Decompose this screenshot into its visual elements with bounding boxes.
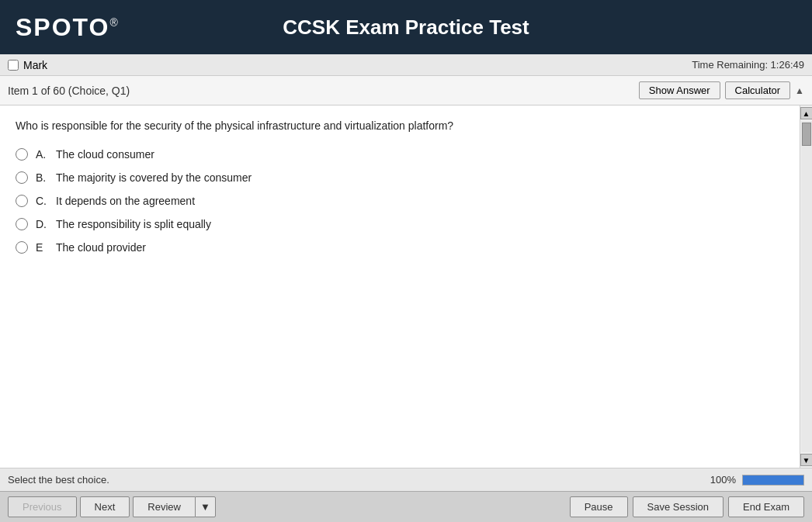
option-text-2: It depends on the agreement [56,195,195,207]
mark-section: Mark [8,59,47,71]
progress-bar-container [742,475,804,486]
option-radio-2[interactable] [16,195,28,207]
option-label-0: A. The cloud consumer [36,148,154,161]
scroll-up-icon[interactable]: ▲ [795,85,804,96]
option-label-1: B. The majority is covered by the consum… [36,171,252,184]
bottom-bar: Select the best choice. 100% [0,468,812,491]
next-button[interactable]: Next [80,496,130,517]
scroll-thumb[interactable] [802,123,811,146]
option-letter-3: D. [36,218,51,230]
content-wrapper: Who is responsible for the security of t… [0,105,812,468]
option-label-2: C. It depends on the agreement [36,195,195,207]
item-info: Item 1 of 60 (Choice, Q1) [8,85,130,97]
scrollbar: ▲ ▼ [800,105,812,468]
progress-section: 100% [710,474,804,486]
calculator-button[interactable]: Calculator [725,81,791,99]
main-content: Who is responsible for the security of t… [0,105,800,468]
mark-checkbox[interactable] [8,60,19,71]
review-dropdown-button[interactable]: ▼ [195,496,216,517]
time-remaining: Time Remaining: 1:26:49 [692,59,804,71]
option-text-4: The cloud provider [56,241,146,254]
option-item: C. It depends on the agreement [16,195,784,207]
option-letter-4: E [36,241,51,254]
option-item: B. The majority is covered by the consum… [16,171,784,184]
mark-bar: Mark Time Remaining: 1:26:49 [0,54,812,76]
footer-left: Previous Next Review ▼ [8,496,216,517]
option-item: D. The responsibility is split equally [16,218,784,230]
mark-label[interactable]: Mark [23,59,47,71]
option-item: E The cloud provider [16,241,784,254]
previous-button[interactable]: Previous [8,496,77,517]
select-instruction: Select the best choice. [8,474,109,486]
review-button[interactable]: Review [133,496,195,517]
footer: Previous Next Review ▼ Pause Save Sessio… [0,491,812,522]
footer-right: Pause Save Session End Exam [570,496,804,517]
scroll-track [801,121,812,452]
question-text: Who is responsible for the security of t… [16,118,784,134]
option-text-0: The cloud consumer [56,148,154,161]
show-answer-button[interactable]: Show Answer [639,81,720,99]
item-buttons: Show Answer Calculator ▲ [639,81,804,99]
option-radio-3[interactable] [16,218,28,230]
review-button-group: Review ▼ [133,496,216,517]
option-item: A. The cloud consumer [16,148,784,161]
option-letter-2: C. [36,195,51,207]
option-text-1: The majority is covered by the consumer [56,171,252,184]
scroll-down-arrow[interactable]: ▼ [800,454,813,466]
save-session-button[interactable]: Save Session [633,496,724,517]
option-text-3: The responsibility is split equally [56,218,211,230]
options-list: A. The cloud consumer B. The majority is… [16,148,784,254]
pause-button[interactable]: Pause [570,496,628,517]
scroll-up-arrow[interactable]: ▲ [800,107,813,119]
option-radio-4[interactable] [16,241,28,254]
logo-text: SPOTO [16,13,109,41]
header: SPOTO® CCSK Exam Practice Test [0,0,812,54]
option-label-3: D. The responsibility is split equally [36,218,211,230]
progress-label: 100% [710,474,736,486]
logo-sup: ® [109,16,119,29]
option-label-4: E The cloud provider [36,241,146,254]
progress-bar-fill [743,475,803,485]
logo: SPOTO® [16,13,120,42]
app-title: CCSK Exam Practice Test [283,16,529,40]
option-letter-0: A. [36,148,51,161]
option-letter-1: B. [36,171,51,184]
option-radio-1[interactable] [16,171,28,184]
end-exam-button[interactable]: End Exam [728,496,804,517]
item-bar: Item 1 of 60 (Choice, Q1) Show Answer Ca… [0,76,812,105]
option-radio-0[interactable] [16,148,28,161]
